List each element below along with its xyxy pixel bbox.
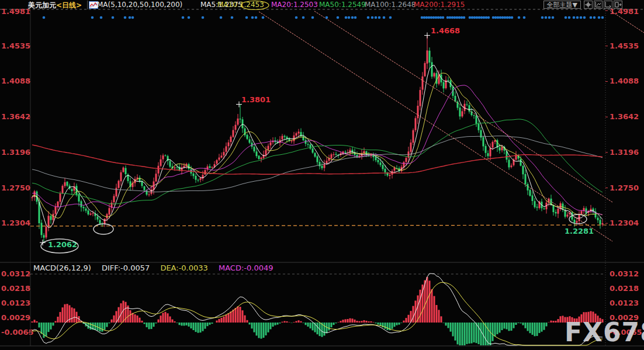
event-dot[interactable] xyxy=(580,16,583,19)
event-dot[interactable] xyxy=(351,16,354,19)
macd-histogram-bar xyxy=(205,323,206,329)
event-dot[interactable] xyxy=(463,16,466,19)
event-dot[interactable] xyxy=(568,16,571,19)
event-dot[interactable] xyxy=(480,16,483,19)
event-dot[interactable] xyxy=(425,16,428,19)
event-dot[interactable] xyxy=(423,16,426,19)
event-dot[interactable] xyxy=(43,16,46,19)
event-dot[interactable] xyxy=(378,16,381,19)
event-dot[interactable] xyxy=(326,16,328,19)
event-dot[interactable] xyxy=(435,16,438,19)
theme-dropdown-button[interactable]: 全部主题▼ xyxy=(543,1,581,9)
event-dot[interactable] xyxy=(499,16,502,19)
event-dot[interactable] xyxy=(593,16,596,19)
event-dot[interactable] xyxy=(476,16,479,19)
event-dot[interactable] xyxy=(367,16,370,19)
event-dot[interactable] xyxy=(124,16,127,19)
event-dot[interactable] xyxy=(375,16,378,19)
event-dot[interactable] xyxy=(389,16,392,19)
event-dot[interactable] xyxy=(541,16,544,19)
event-dot[interactable] xyxy=(428,16,431,19)
event-dot[interactable] xyxy=(576,16,579,19)
event-dot[interactable] xyxy=(202,16,205,19)
event-dot[interactable] xyxy=(129,16,131,19)
event-dot[interactable] xyxy=(508,16,511,19)
event-dot[interactable] xyxy=(91,16,94,19)
event-dot[interactable] xyxy=(469,16,472,19)
event-dot[interactable] xyxy=(437,16,440,19)
event-dot[interactable] xyxy=(255,16,258,19)
event-dot[interactable] xyxy=(583,16,586,19)
event-dot[interactable] xyxy=(439,16,442,19)
event-dot[interactable] xyxy=(487,16,490,19)
event-dot[interactable] xyxy=(182,16,185,19)
candle-body xyxy=(104,219,106,224)
event-dot[interactable] xyxy=(295,16,298,19)
event-dot[interactable] xyxy=(483,16,486,19)
event-dot[interactable] xyxy=(461,16,463,19)
event-dot[interactable] xyxy=(442,16,445,19)
event-dot[interactable] xyxy=(545,16,548,19)
macd-histogram-bar xyxy=(254,323,255,332)
event-dot[interactable] xyxy=(345,16,348,19)
event-dot[interactable] xyxy=(523,16,526,19)
event-dot[interactable] xyxy=(471,16,474,19)
event-dot[interactable] xyxy=(302,16,305,19)
candle-body xyxy=(429,51,431,63)
event-dot[interactable] xyxy=(485,16,488,19)
macd-histogram-bar xyxy=(558,319,559,323)
event-dot[interactable] xyxy=(494,16,497,19)
event-dot[interactable] xyxy=(432,16,435,19)
crosshair-icon[interactable] xyxy=(584,1,593,9)
candle-body xyxy=(153,181,155,189)
macd-histogram-bar xyxy=(118,307,120,323)
candle-body xyxy=(202,175,204,178)
symbol-name[interactable]: 美元加元 xyxy=(28,1,56,9)
period-label[interactable]: <日线> xyxy=(56,1,82,9)
event-dot[interactable] xyxy=(421,16,424,19)
event-dot[interactable] xyxy=(518,16,521,19)
event-dot[interactable] xyxy=(449,16,452,19)
event-dot[interactable] xyxy=(492,16,495,19)
event-dot[interactable] xyxy=(451,16,454,19)
event-dot[interactable] xyxy=(601,16,604,19)
axis-fit-icon[interactable] xyxy=(594,1,603,9)
event-dot[interactable] xyxy=(311,16,314,19)
macd-histogram-bar xyxy=(427,277,428,323)
event-dot[interactable] xyxy=(565,16,567,19)
macd-histogram-bar xyxy=(319,323,321,336)
event-dot[interactable] xyxy=(598,16,601,19)
event-dot[interactable] xyxy=(245,16,248,19)
event-dot[interactable] xyxy=(251,16,254,19)
event-dot[interactable] xyxy=(506,16,509,19)
event-dot[interactable] xyxy=(220,16,223,19)
event-dot[interactable] xyxy=(478,16,481,19)
event-dot[interactable] xyxy=(456,16,459,19)
event-dot[interactable] xyxy=(131,16,134,19)
event-dot[interactable] xyxy=(354,16,357,19)
event-dot[interactable] xyxy=(473,16,476,19)
event-dot[interactable] xyxy=(371,16,374,19)
event-dot[interactable] xyxy=(262,16,265,19)
event-dot[interactable] xyxy=(497,16,500,19)
macd-histogram-bar xyxy=(340,321,342,323)
event-dot[interactable] xyxy=(458,16,461,19)
event-dot[interactable] xyxy=(453,16,456,19)
event-dot[interactable] xyxy=(501,16,504,19)
event-dot[interactable] xyxy=(504,16,507,19)
event-dot[interactable] xyxy=(573,16,576,19)
event-dot[interactable] xyxy=(100,16,103,19)
event-dot[interactable] xyxy=(348,16,351,19)
event-dot[interactable] xyxy=(112,16,115,19)
event-dot[interactable] xyxy=(548,16,551,19)
event-dot[interactable] xyxy=(430,16,433,19)
event-dot[interactable] xyxy=(590,16,593,19)
event-dot[interactable] xyxy=(337,16,340,19)
macd-histogram-bar xyxy=(71,307,73,323)
event-dot[interactable] xyxy=(188,16,191,19)
event-dot[interactable] xyxy=(231,16,234,19)
event-dot[interactable] xyxy=(511,16,514,19)
event-dot[interactable] xyxy=(383,16,386,19)
event-dot[interactable] xyxy=(552,16,555,19)
event-dot[interactable] xyxy=(446,16,449,19)
